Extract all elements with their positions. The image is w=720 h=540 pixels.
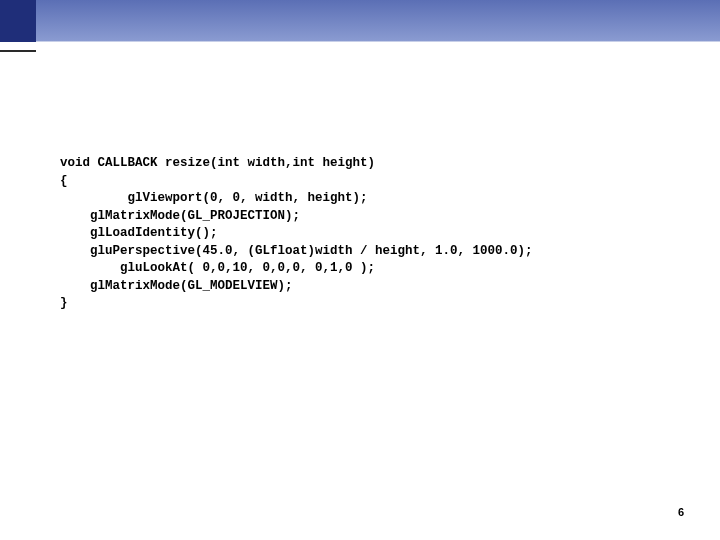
header-gradient-bar <box>36 0 720 42</box>
code-line: glViewport(0, 0, width, height); <box>60 191 368 205</box>
divider-underline <box>0 42 36 52</box>
divider-blank <box>36 42 720 52</box>
code-line: gluLookAt( 0,0,10, 0,0,0, 0,1,0 ); <box>60 261 375 275</box>
code-line: { <box>60 174 68 188</box>
slide-header <box>0 0 720 42</box>
header-accent-square <box>0 0 36 42</box>
code-line: glMatrixMode(GL_PROJECTION); <box>60 209 300 223</box>
code-line: glMatrixMode(GL_MODELVIEW); <box>60 279 293 293</box>
code-block: void CALLBACK resize(int width,int heigh… <box>60 155 533 313</box>
page-number: 6 <box>678 506 684 518</box>
header-divider <box>0 42 720 52</box>
code-line: void CALLBACK resize(int width,int heigh… <box>60 156 375 170</box>
code-line: glLoadIdentity(); <box>60 226 218 240</box>
code-line: gluPerspective(45.0, (GLfloat)width / he… <box>60 244 533 258</box>
code-line: } <box>60 296 68 310</box>
